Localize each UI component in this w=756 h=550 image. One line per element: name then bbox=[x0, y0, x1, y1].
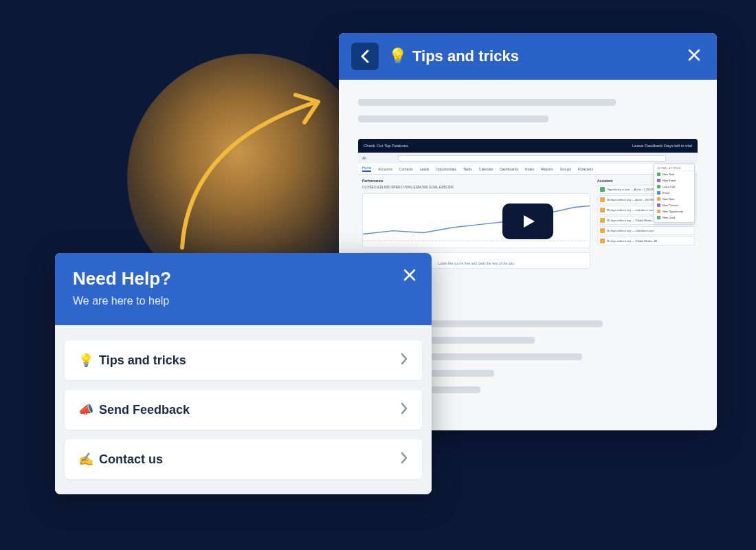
skeleton-line bbox=[358, 99, 616, 106]
play-icon bbox=[520, 213, 536, 230]
vt-tab: Home bbox=[362, 166, 371, 172]
vt-dd-item: New Lead bbox=[654, 214, 694, 221]
vt-topbar: Check Out Top Features Leave Feedback Da… bbox=[358, 139, 698, 153]
vt-dd-head: GLOBAL ACTIONS bbox=[654, 166, 694, 171]
chevron-left-icon bbox=[360, 50, 370, 63]
vt-dd-item: New Note bbox=[654, 196, 694, 202]
vt-tab: Notes bbox=[525, 167, 534, 171]
vt-chart bbox=[362, 193, 590, 248]
vt-dd-item: New Task bbox=[654, 171, 694, 177]
vt-topbar-right: Leave Feedback Days left in trial bbox=[632, 144, 692, 148]
chevron-right-icon bbox=[400, 402, 408, 417]
help-item-feedback[interactable]: 📣 Send Feedback bbox=[65, 390, 422, 430]
vt-dd-item: Email bbox=[654, 190, 694, 196]
help-close-button[interactable] bbox=[401, 267, 418, 286]
tips-close-button[interactable] bbox=[684, 45, 704, 68]
vt-tab: Dashboards bbox=[500, 167, 518, 171]
bulb-icon: 💡 bbox=[388, 47, 407, 65]
help-panel: Need Help? We are here to help 💡 Tips an… bbox=[55, 253, 432, 494]
vt-tab: Forecasts bbox=[578, 167, 593, 171]
help-header: Need Help? We are here to help bbox=[55, 253, 432, 325]
help-item-label: Send Feedback bbox=[99, 403, 190, 417]
arrow-illustration bbox=[168, 82, 347, 261]
vt-tab: Reports bbox=[541, 167, 553, 171]
vt-dd-item: New Contact bbox=[654, 202, 694, 208]
vt-search-row: All bbox=[358, 153, 698, 164]
close-icon bbox=[687, 47, 702, 63]
help-item-tips[interactable]: 💡 Tips and tricks bbox=[65, 340, 422, 380]
help-subtitle: We are here to help bbox=[73, 295, 414, 307]
vt-tab: Opportunities bbox=[436, 167, 456, 171]
tips-title: 💡 Tips and tricks bbox=[388, 47, 519, 65]
vt-all-label: All bbox=[362, 156, 366, 160]
vt-dd-item: Log a Call bbox=[654, 184, 694, 190]
vt-search-box bbox=[398, 155, 666, 162]
vt-dd-item: New Opportunity bbox=[654, 208, 694, 214]
vt-assist-card: 30 days without any — Global Media - 80 bbox=[597, 236, 695, 245]
close-icon bbox=[401, 267, 418, 283]
help-body: 💡 Tips and tricks 📣 Send Feedback ✍️ Con… bbox=[55, 325, 432, 494]
megaphone-icon: 📣 bbox=[78, 402, 93, 417]
vt-topbar-left: Check Out Top Features bbox=[364, 144, 408, 148]
skeleton-line bbox=[358, 116, 548, 122]
vt-tab: Contacts bbox=[399, 167, 413, 171]
vt-tab: Groups bbox=[560, 167, 571, 171]
vt-tab: Leads bbox=[420, 167, 430, 171]
vt-dd-item: New Event bbox=[654, 177, 694, 184]
vt-tab: Tasks bbox=[463, 167, 472, 171]
help-item-label: Tips and tricks bbox=[99, 353, 186, 368]
play-button[interactable] bbox=[502, 204, 553, 239]
help-item-label: Contact us bbox=[99, 452, 163, 467]
vt-assist-card: 30 days without any — salesforce.com bbox=[597, 226, 695, 235]
vt-global-actions-dropdown: GLOBAL ACTIONS New Task New Event Log a … bbox=[654, 164, 695, 223]
vt-tab: Accounts bbox=[378, 167, 392, 171]
tips-title-text: Tips and tricks bbox=[412, 47, 519, 65]
back-button[interactable] bbox=[351, 43, 379, 70]
bulb-icon: 💡 bbox=[78, 353, 93, 368]
chevron-right-icon bbox=[400, 452, 408, 467]
vt-perf-title: Performance bbox=[362, 179, 590, 183]
vt-stats: CLOSED £19,000 OPEN (>70%) £184,500 GOAL… bbox=[362, 185, 590, 189]
tips-header: 💡 Tips and tricks bbox=[339, 33, 717, 80]
chevron-right-icon bbox=[400, 353, 408, 368]
writing-icon: ✍️ bbox=[78, 452, 93, 467]
vt-tab: Calendar bbox=[479, 167, 493, 171]
vt-tabs: Home Accounts Contacts Leads Opportuniti… bbox=[358, 164, 698, 175]
help-title: Need Help? bbox=[73, 268, 414, 289]
help-item-contact[interactable]: ✍️ Contact us bbox=[65, 439, 422, 479]
